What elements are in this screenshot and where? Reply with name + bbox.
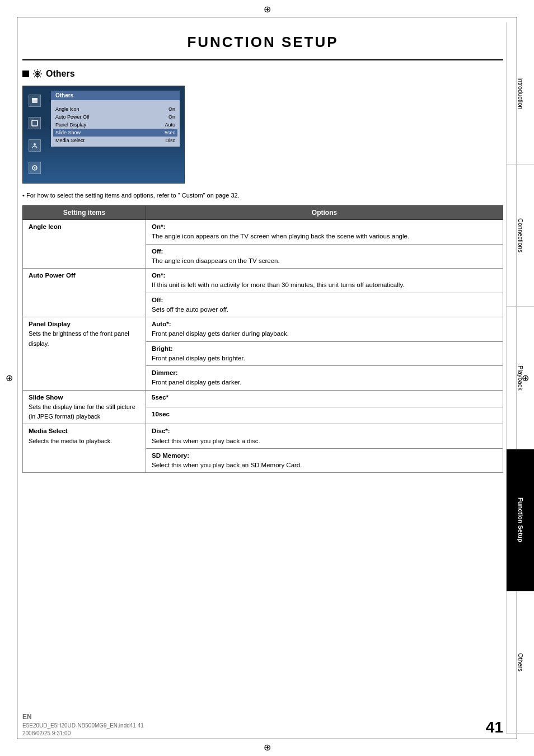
page-title: FUNCTION SETUP	[22, 22, 503, 60]
option-panel-auto: Auto*: Front panel display gets darker d…	[146, 317, 503, 342]
svg-point-7	[34, 167, 36, 169]
menu-panel-title: Others	[51, 91, 180, 100]
option-slideshow-5sec: 5sec*	[146, 390, 503, 407]
en-label: EN	[22, 713, 144, 721]
page-border-top	[17, 17, 517, 17]
option-media-sd: SD Memory: Select this when you play bac…	[146, 448, 503, 473]
option-slideshow-10sec: 10sec	[146, 407, 503, 424]
table-row-slideshow-5sec: Slide Show Sets the display time for the…	[23, 390, 503, 407]
sidebar-tab-others[interactable]: Others	[507, 591, 534, 734]
section-heading: Others	[22, 69, 503, 79]
menu-panel-items: Angle Icon On Auto Power Off On Panel Di…	[51, 103, 180, 147]
settings-table: Setting items Options Angle Icon On*: Th…	[22, 205, 503, 473]
footer-date: 2008/02/25 9:31:00	[22, 730, 144, 736]
section-heading-text: Others	[46, 69, 75, 79]
menu-mockup: Others Angle Icon On Auto Power Off On P…	[22, 86, 185, 184]
page-border-left	[17, 17, 17, 739]
option-angle-on: On*: The angle icon appears on the TV sc…	[146, 220, 503, 245]
setting-name-media: Media Select Selects the media to playba…	[23, 424, 146, 473]
heading-square-icon	[22, 71, 29, 77]
footer-left: EN E5E20UD_E5H20UD-NB500MG9_EN.indd41 41…	[22, 713, 144, 736]
page-border-bottom	[17, 739, 517, 739]
menu-icon-2	[29, 117, 41, 129]
right-sidebar: Introduction Connections Playback Functi…	[506, 22, 534, 734]
sidebar-tab-introduction[interactable]: Introduction	[507, 22, 534, 165]
table-row-autopower-on: Auto Power Off On*: If this unit is left…	[23, 269, 503, 293]
table-header-options: Options	[146, 206, 503, 220]
menu-row-media: Media Select Disc	[55, 137, 175, 144]
page-footer: EN E5E20UD_E5H20UD-NB500MG9_EN.indd41 41…	[22, 713, 503, 736]
option-autopower-off: Off: Sets off the auto power off.	[146, 293, 503, 317]
option-panel-bright: Bright: Front panel display gets brighte…	[146, 341, 503, 366]
svg-point-0	[36, 72, 39, 75]
note-text: • For how to select the setting items an…	[22, 192, 503, 199]
reg-mark-left: ⊕	[4, 374, 13, 383]
gear-icon	[32, 69, 43, 79]
setting-name-slideshow: Slide Show Sets the display time for the…	[23, 390, 146, 424]
table-row-angle-on: Angle Icon On*: The angle icon appears o…	[23, 220, 503, 245]
setting-name-autopower: Auto Power Off	[23, 269, 146, 317]
setting-name-panel: Panel Display Sets the brightness of the…	[23, 317, 146, 391]
option-autopower-on: On*: If this unit is left with no activi…	[146, 269, 503, 293]
main-content: FUNCTION SETUP Others	[22, 22, 503, 734]
menu-row-panel: Panel Display Auto	[55, 121, 175, 129]
reg-mark-top: ⊕	[263, 4, 271, 13]
footer-file: E5E20UD_E5H20UD-NB500MG9_EN.indd41 41	[22, 722, 144, 729]
svg-rect-2	[32, 99, 38, 103]
option-panel-dimmer: Dimmer: Front panel display gets darker.	[146, 366, 503, 391]
page-number: 41	[486, 719, 503, 736]
menu-left-icons	[29, 95, 41, 184]
table-row-panel-auto: Panel Display Sets the brightness of the…	[23, 317, 503, 342]
menu-icon-1	[29, 95, 41, 107]
menu-icon-4	[29, 162, 41, 174]
option-media-disc: Disc*: Select this when you play back a …	[146, 424, 503, 449]
svg-point-5	[34, 143, 36, 145]
menu-row-angle: Angle Icon On	[55, 105, 175, 113]
svg-rect-3	[32, 98, 38, 100]
table-row-media-disc: Media Select Selects the media to playba…	[23, 424, 503, 449]
menu-panel: Others Angle Icon On Auto Power Off On P…	[51, 91, 180, 147]
menu-row-slideshow: Slide Show 5sec	[53, 129, 177, 137]
sidebar-tab-connections[interactable]: Connections	[507, 165, 534, 307]
menu-icon-3	[29, 139, 41, 152]
sidebar-tab-playback[interactable]: Playback	[507, 307, 534, 449]
option-angle-off: Off: The angle icon disappears on the TV…	[146, 244, 503, 269]
svg-rect-4	[32, 120, 38, 126]
sidebar-tab-function-setup[interactable]: Function Setup	[507, 449, 534, 591]
reg-mark-bottom: ⊕	[263, 743, 271, 752]
menu-row-autopower: Auto Power Off On	[55, 113, 175, 121]
table-header-setting: Setting items	[23, 206, 146, 220]
setting-name-angle: Angle Icon	[23, 220, 146, 269]
